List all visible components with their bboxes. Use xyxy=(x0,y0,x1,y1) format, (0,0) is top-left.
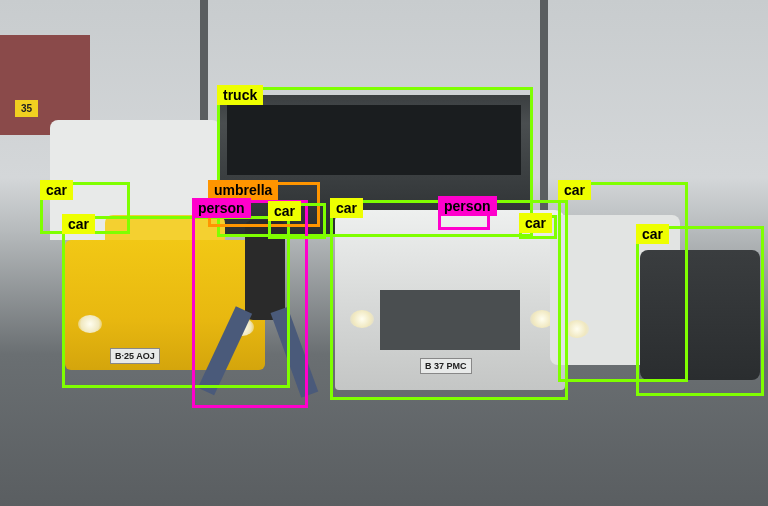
bus-route-sign: 35 xyxy=(15,100,38,117)
detection-scene: 35 B·25 AOJ B 37 PMC truckcarcarumbrella… xyxy=(0,0,768,506)
detection-label-car: car xyxy=(268,201,301,221)
lamp-pole xyxy=(540,0,548,220)
detection-label-umbrella: umbrella xyxy=(208,180,278,200)
detection-label-car: car xyxy=(636,224,669,244)
detection-label-car: car xyxy=(519,213,552,233)
detection-label-truck: truck xyxy=(217,85,263,105)
detection-label-car: car xyxy=(330,198,363,218)
detection-label-car: car xyxy=(40,180,73,200)
detection-box-car xyxy=(636,226,764,396)
detection-label-person: person xyxy=(438,196,497,216)
detection-label-person: person xyxy=(192,198,251,218)
detection-label-car: car xyxy=(558,180,591,200)
detection-label-car: car xyxy=(62,214,95,234)
